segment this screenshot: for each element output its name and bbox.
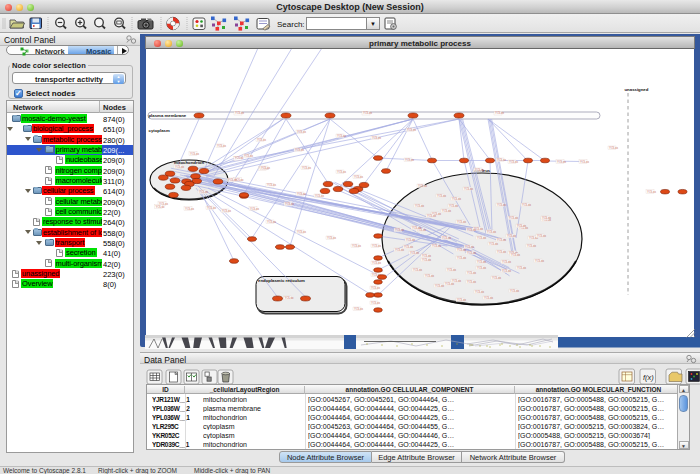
svg-text:YOLxx: YOLxx — [222, 209, 232, 213]
svg-text:YOLxx: YOLxx — [447, 268, 457, 272]
svg-text:YOLxx: YOLxx — [199, 190, 209, 194]
svg-text:YOLxx: YOLxx — [435, 284, 445, 288]
svg-text:YOLxx: YOLxx — [261, 166, 271, 170]
svg-text:YOLxx: YOLxx — [395, 248, 405, 252]
svg-text:YOLxx: YOLxx — [372, 136, 382, 140]
svg-text:YOLxx: YOLxx — [452, 197, 462, 201]
svg-text:YOLxx: YOLxx — [207, 206, 217, 210]
svg-text:YOLxx: YOLxx — [507, 234, 517, 238]
svg-text:YOLxx: YOLxx — [495, 111, 505, 115]
svg-text:YOLxx: YOLxx — [442, 236, 452, 240]
svg-text:plasma membrane: plasma membrane — [149, 113, 187, 118]
svg-text:YOLxx: YOLxx — [502, 269, 512, 273]
svg-text:YOLxx: YOLxx — [412, 226, 422, 230]
svg-text:YOLxx: YOLxx — [647, 190, 657, 194]
svg-text:YOLxx: YOLxx — [327, 236, 337, 240]
svg-text:YOLxx: YOLxx — [477, 260, 487, 264]
svg-text:YOLxx: YOLxx — [315, 194, 325, 198]
svg-text:YOLxx: YOLxx — [250, 207, 260, 211]
svg-text:YOLxx: YOLxx — [522, 203, 532, 207]
svg-text:YOLxx: YOLxx — [297, 192, 307, 196]
svg-text:YOLxx: YOLxx — [235, 156, 245, 160]
svg-text:YOLxx: YOLxx — [557, 160, 567, 164]
svg-text:YOLxx: YOLxx — [415, 204, 425, 208]
svg-text:YOLxx: YOLxx — [437, 194, 447, 198]
svg-text:YOLxx: YOLxx — [609, 146, 619, 150]
svg-text:YOLxx: YOLxx — [217, 144, 227, 148]
svg-text:YOLxx: YOLxx — [484, 296, 494, 300]
svg-text:YOLxx: YOLxx — [492, 276, 502, 280]
svg-text:YOLxx: YOLxx — [432, 244, 442, 248]
svg-text:YOLxx: YOLxx — [267, 183, 277, 187]
svg-text:YOLxx: YOLxx — [337, 134, 347, 138]
svg-text:YOLxx: YOLxx — [467, 271, 477, 275]
svg-text:YOLxx: YOLxx — [457, 220, 467, 224]
svg-text:YOLxx: YOLxx — [235, 111, 245, 115]
svg-text:YOLxx: YOLxx — [502, 260, 512, 264]
svg-text:YOLxx: YOLxx — [354, 307, 364, 311]
svg-text:YOLxx: YOLxx — [465, 245, 475, 249]
svg-text:YOLxx: YOLxx — [156, 205, 166, 209]
svg-text:YOLxx: YOLxx — [407, 128, 417, 132]
svg-text:YOLxx: YOLxx — [175, 165, 185, 169]
svg-text:YOLxx: YOLxx — [517, 224, 527, 228]
svg-text:YOLxx: YOLxx — [404, 245, 414, 249]
svg-text:YOLxx: YOLxx — [457, 298, 467, 302]
svg-text:YOLxx: YOLxx — [371, 301, 381, 305]
svg-text:YOLxx: YOLxx — [406, 238, 416, 242]
svg-text:YOLxx: YOLxx — [467, 251, 477, 255]
svg-text:YOLxx: YOLxx — [371, 286, 381, 290]
svg-text:YOLxx: YOLxx — [337, 170, 347, 174]
svg-text:YOLxx: YOLxx — [475, 290, 485, 294]
svg-text:YOLxx: YOLxx — [489, 242, 499, 246]
svg-text:YOLxx: YOLxx — [244, 154, 254, 158]
svg-text:YOLxx: YOLxx — [413, 268, 423, 272]
svg-text:YOLxx: YOLxx — [517, 266, 527, 270]
svg-text:YOLxx: YOLxx — [372, 261, 382, 265]
svg-text:YOLxx: YOLxx — [297, 230, 307, 234]
svg-text:YOLxx: YOLxx — [228, 178, 238, 182]
svg-text:YOLxx: YOLxx — [497, 158, 507, 162]
svg-text:YOLxx: YOLxx — [477, 266, 487, 270]
svg-text:YOLxx: YOLxx — [363, 111, 373, 115]
svg-text:YOLxx: YOLxx — [405, 158, 415, 162]
svg-text:YOLxx: YOLxx — [297, 130, 307, 134]
svg-text:f(x): f(x) — [643, 373, 654, 382]
svg-text:YOLxx: YOLxx — [509, 216, 519, 220]
svg-text:YOLxx: YOLxx — [457, 256, 467, 260]
svg-text:YOLxx: YOLxx — [511, 253, 521, 257]
svg-text:YOLxx: YOLxx — [477, 236, 487, 240]
svg-text:YOLxx: YOLxx — [527, 244, 537, 248]
svg-text:YOLxx: YOLxx — [352, 244, 362, 248]
svg-text:YOLxx: YOLxx — [372, 244, 382, 248]
svg-text:cytoplasm: cytoplasm — [149, 128, 170, 133]
svg-text:YOLxx: YOLxx — [497, 203, 507, 207]
svg-text:YOLxx: YOLxx — [475, 168, 485, 172]
svg-text:YOLxx: YOLxx — [497, 250, 507, 254]
svg-text:YOLxx: YOLxx — [535, 259, 545, 263]
svg-text:YOLxx: YOLxx — [418, 184, 428, 188]
svg-text:YOLxx: YOLxx — [185, 207, 195, 211]
svg-text:endoplasmic reticulum: endoplasmic reticulum — [258, 278, 305, 283]
svg-text:YOLxx: YOLxx — [354, 175, 364, 179]
svg-text:YOLxx: YOLxx — [457, 248, 467, 252]
svg-text:YOLxx: YOLxx — [449, 204, 459, 208]
svg-text:YOLxx: YOLxx — [509, 160, 519, 164]
svg-text:YOLxx: YOLxx — [537, 234, 547, 238]
svg-text:unassigned: unassigned — [625, 87, 649, 92]
svg-text:YOLxx: YOLxx — [467, 228, 477, 232]
svg-text:YOLxx: YOLxx — [580, 160, 590, 164]
svg-text:YOLxx: YOLxx — [445, 282, 455, 286]
svg-text:YOLxx: YOLxx — [427, 214, 437, 218]
svg-text:YOLxx: YOLxx — [395, 228, 405, 232]
svg-text:YOLxx: YOLxx — [302, 166, 312, 170]
svg-text:YOLxx: YOLxx — [497, 238, 507, 242]
svg-text:YOLxx: YOLxx — [510, 289, 520, 293]
svg-text:YOLxx: YOLxx — [467, 280, 477, 284]
svg-text:YOLxx: YOLxx — [542, 216, 552, 220]
svg-text:YOLxx: YOLxx — [267, 220, 277, 224]
svg-text:YOLxx: YOLxx — [285, 296, 295, 300]
svg-text:YOLxx: YOLxx — [464, 187, 474, 191]
svg-text:YOLxx: YOLxx — [487, 230, 497, 234]
svg-text:YOLxx: YOLxx — [422, 258, 432, 262]
